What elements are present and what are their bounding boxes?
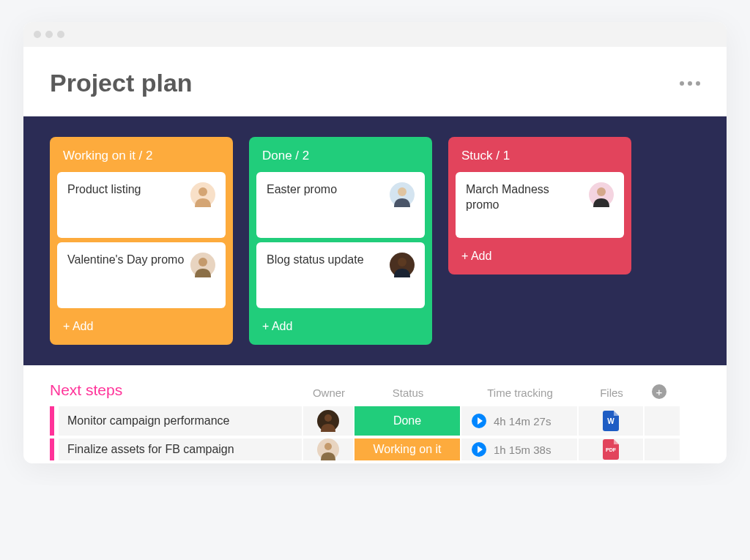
row-accent-bar: [50, 406, 54, 436]
svg-point-1: [198, 258, 207, 266]
window-dot: [45, 31, 53, 38]
col-header-status: Status: [354, 387, 461, 399]
files-cell[interactable]: PDF: [579, 438, 645, 460]
files-cell[interactable]: W: [579, 406, 645, 436]
window-dot: [57, 31, 64, 38]
avatar: [317, 410, 339, 432]
add-card-button[interactable]: + Add: [57, 313, 226, 335]
col-header-owner: Owner: [303, 387, 354, 399]
page-title: Project plan: [50, 69, 193, 97]
extra-cell: [645, 438, 680, 460]
column-working: Working on it / 2 Product listing Valent…: [50, 137, 233, 345]
column-header: Working on it / 2: [57, 144, 226, 172]
card[interactable]: Product listing: [57, 172, 226, 238]
kanban-board: Working on it / 2 Product listing Valent…: [23, 116, 727, 365]
add-card-button[interactable]: + Add: [256, 313, 425, 335]
svg-point-3: [398, 258, 406, 266]
svg-point-2: [398, 187, 406, 196]
browser-window: Project plan Working on it / 2 Product l…: [23, 22, 727, 463]
time-cell[interactable]: 4h 14m 27s: [461, 406, 579, 436]
table-header-row: Next steps Owner Status Time tracking Fi…: [50, 381, 700, 399]
owner-cell[interactable]: [303, 406, 354, 436]
window-dot: [34, 31, 41, 38]
column-done: Done / 2 Easter promo Blog status update…: [249, 137, 432, 345]
next-steps-section: Next steps Owner Status Time tracking Fi…: [23, 365, 727, 460]
card-title: Blog status update: [267, 253, 370, 268]
section-title: Next steps: [50, 381, 303, 399]
card[interactable]: Blog status update: [256, 242, 425, 308]
avatar: [317, 438, 339, 460]
card-title: Product listing: [67, 182, 147, 198]
table-row[interactable]: Monitor campaign performance Done 4h 14m…: [50, 406, 700, 436]
play-icon[interactable]: [472, 442, 486, 457]
svg-point-0: [198, 187, 207, 196]
card-title: Valentine's Day promo: [67, 253, 190, 268]
avatar: [190, 182, 215, 207]
card[interactable]: Valentine's Day promo: [57, 242, 226, 308]
svg-point-6: [324, 443, 332, 450]
file-word-icon: W: [603, 411, 619, 431]
card[interactable]: Easter promo: [256, 172, 425, 238]
status-cell[interactable]: Done: [354, 406, 461, 436]
avatar: [390, 253, 415, 277]
row-accent-bar: [50, 438, 54, 460]
status-cell[interactable]: Working on it: [354, 438, 461, 460]
task-name: Finalize assets for FB campaign: [59, 438, 303, 460]
play-icon[interactable]: [472, 414, 486, 428]
avatar: [390, 182, 415, 207]
extra-cell: [645, 406, 680, 436]
table-row[interactable]: Finalize assets for FB campaign Working …: [50, 438, 700, 460]
time-cell[interactable]: 1h 15m 38s: [461, 438, 579, 460]
col-header-files: Files: [579, 387, 645, 399]
time-value: 4h 14m 27s: [494, 415, 551, 428]
owner-cell[interactable]: [303, 438, 354, 460]
plus-icon: +: [652, 384, 667, 399]
time-value: 1h 15m 38s: [494, 444, 551, 456]
svg-point-5: [324, 414, 332, 422]
page-header: Project plan: [23, 47, 727, 116]
task-name: Monitor campaign performance: [59, 406, 303, 436]
card-title: March Madness promo: [466, 182, 589, 213]
column-header: Stuck / 1: [456, 144, 624, 172]
avatar: [190, 253, 215, 277]
svg-point-4: [597, 187, 606, 196]
add-column-button[interactable]: +: [645, 384, 674, 399]
card[interactable]: March Madness promo: [456, 172, 624, 238]
file-pdf-icon: PDF: [603, 439, 619, 460]
column-header: Done / 2: [256, 144, 425, 172]
browser-chrome: [23, 22, 727, 47]
add-card-button[interactable]: + Add: [456, 242, 624, 264]
card-title: Easter promo: [267, 182, 343, 198]
avatar: [589, 182, 614, 207]
column-stuck: Stuck / 1 March Madness promo + Add: [448, 137, 631, 275]
col-header-time: Time tracking: [461, 387, 579, 399]
more-menu-icon[interactable]: [680, 81, 700, 86]
